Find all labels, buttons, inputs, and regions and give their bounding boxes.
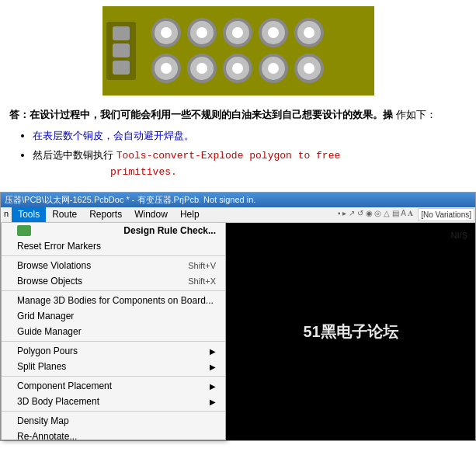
component-placement-label: Component Placement bbox=[17, 380, 112, 391]
separator-4 bbox=[2, 376, 225, 377]
answer-paragraph: 答：在设计过程中，我们可能会利用一些不规则的白油来达到自己想要设计的效果。操 作… bbox=[9, 107, 467, 123]
browse-violations-label: Browse Violations bbox=[17, 260, 91, 271]
menu-reset-error-markers[interactable]: Reset Error Markers bbox=[2, 238, 225, 254]
pcb-pad bbox=[151, 54, 181, 83]
pcb-canvas bbox=[102, 6, 374, 96]
pcb-pad bbox=[223, 18, 252, 47]
menu-window: 压器\PCB\以太网-1625.PcbDoc * - 有变压器.PrjPcb. … bbox=[0, 192, 476, 441]
bullet2-code: Tools-convert-Explode polygon to free bbox=[116, 150, 341, 162]
pcb-pad bbox=[259, 54, 288, 83]
grid-manager-label: Grid Manager bbox=[17, 311, 74, 321]
menu-grid-manager[interactable]: Grid Manager bbox=[2, 308, 225, 324]
density-map-label: Density Map bbox=[17, 415, 69, 426]
pcb-pad bbox=[259, 18, 288, 47]
manage-3d-label: Manage 3D Bodies for Components on Board… bbox=[17, 295, 214, 306]
re-annotate-label: Re-Annotate... bbox=[17, 431, 77, 442]
window-menubar: n Tools Route Reports Window Help ▪ ▸ ↗ … bbox=[1, 207, 475, 223]
menu-split-planes[interactable]: Split Planes ▶ bbox=[2, 359, 225, 374]
menu-design-rule-check[interactable]: Design Rule Check... bbox=[2, 223, 225, 238]
menu-item-n[interactable]: n bbox=[1, 207, 12, 222]
answer-text-area: 答：在设计过程中，我们可能会利用一些不规则的白油来达到自己想要设计的效果。操 作… bbox=[0, 101, 476, 192]
menu-item-reports[interactable]: Reports bbox=[83, 207, 128, 222]
split-planes-label: Split Planes bbox=[17, 361, 66, 372]
window-content: Design Rule Check... Reset Error Markers… bbox=[1, 223, 475, 440]
menu-item-route[interactable]: Route bbox=[46, 207, 83, 222]
variations-dropdown[interactable]: [No Variations] bbox=[418, 208, 474, 221]
right-panel: NI/S 51黑电子论坛 bbox=[226, 223, 475, 440]
bullet-list: 在表层数个铜皮，会自动避开焊盘。 然后选中数铜执行 Tools-convert-… bbox=[33, 128, 467, 181]
pcb-connector-pad bbox=[113, 26, 130, 40]
menu-guide-manager[interactable]: Guide Manager bbox=[2, 324, 225, 339]
titlebar-text: 压器\PCB\以太网-1625.PcbDoc * - 有变压器.PrjPcb. … bbox=[5, 195, 255, 204]
menu-polygon-pours[interactable]: Polygon Pours ▶ bbox=[2, 343, 225, 359]
pcb-connector-pad bbox=[113, 43, 130, 57]
3d-body-placement-arrow: ▶ bbox=[210, 398, 216, 406]
separator-3 bbox=[2, 341, 225, 342]
menu-3d-body-placement[interactable]: 3D Body Placement ▶ bbox=[2, 394, 225, 409]
menu-component-placement[interactable]: Component Placement ▶ bbox=[2, 378, 225, 394]
menu-item-tools[interactable]: Tools bbox=[12, 207, 46, 222]
bullet1-text: 在表层数个铜皮，会自动避开焊盘。 bbox=[33, 130, 194, 141]
polygon-pours-label: Polygon Pours bbox=[17, 346, 78, 356]
polygon-pours-arrow: ▶ bbox=[210, 347, 216, 356]
reset-error-label: Reset Error Markers bbox=[17, 241, 101, 252]
menu-manage-3d[interactable]: Manage 3D Bodies for Components on Board… bbox=[2, 293, 225, 308]
pcb-pad bbox=[294, 18, 324, 47]
separator-2 bbox=[2, 290, 225, 291]
answer-label: 答：在设计过程中，我们可能会利用一些不规则的白油来达到自己想要设计的效果。操 bbox=[9, 109, 393, 120]
separator-5 bbox=[2, 411, 225, 412]
pcb-pads-grid bbox=[151, 18, 324, 83]
answer-suffix: 作如下： bbox=[396, 109, 436, 120]
pcb-pad bbox=[294, 54, 324, 83]
menu-browse-objects[interactable]: Browse Objects Shift+X bbox=[2, 273, 225, 289]
toolbar-icons: ▪ ▸ ↗ ↺ ◉ ◎ △ ▤ A 𝐀 bbox=[334, 207, 417, 222]
separator-1 bbox=[2, 255, 225, 256]
menu-browse-violations[interactable]: Browse Violations Shift+V bbox=[2, 258, 225, 273]
3d-body-placement-label: 3D Body Placement bbox=[17, 396, 99, 407]
menu-item-help[interactable]: Help bbox=[174, 207, 206, 222]
pcb-pad bbox=[187, 18, 217, 47]
browse-objects-shortcut: Shift+X bbox=[188, 276, 216, 286]
window-titlebar: 压器\PCB\以太网-1625.PcbDoc * - 有变压器.PrjPcb. … bbox=[1, 193, 475, 207]
bullet2-last: primitives. bbox=[110, 166, 177, 178]
watermark-text: NI/S bbox=[451, 231, 467, 240]
menu-density-map[interactable]: Density Map bbox=[2, 413, 225, 429]
menu-re-annotate[interactable]: Re-Annotate... bbox=[2, 429, 225, 444]
bullet-item-1: 在表层数个铜皮，会自动避开焊盘。 bbox=[33, 128, 467, 144]
pcb-image-area bbox=[0, 0, 476, 101]
pcb-pad bbox=[223, 54, 252, 83]
menu-item-window[interactable]: Window bbox=[128, 207, 174, 222]
bullet2-prefix: 然后选中数铜执行 bbox=[33, 149, 116, 161]
bullet-item-2: 然后选中数铜执行 Tools-convert-Explode polygon t… bbox=[33, 148, 467, 182]
drc-icon bbox=[17, 225, 31, 236]
guide-manager-label: Guide Manager bbox=[17, 326, 82, 337]
pcb-connector-pad bbox=[113, 61, 130, 75]
browse-violations-shortcut: Shift+V bbox=[188, 261, 216, 270]
browse-objects-label: Browse Objects bbox=[17, 276, 82, 287]
forum-text: 51黑电子论坛 bbox=[303, 321, 398, 342]
drc-label: Design Rule Check... bbox=[123, 225, 216, 236]
split-planes-arrow: ▶ bbox=[210, 363, 216, 371]
pcb-pad bbox=[151, 18, 181, 47]
dropdown-panel: Design Rule Check... Reset Error Markers… bbox=[1, 223, 226, 440]
pcb-pad bbox=[187, 54, 217, 83]
component-placement-arrow: ▶ bbox=[210, 382, 216, 391]
pcb-left-connector bbox=[106, 22, 136, 80]
